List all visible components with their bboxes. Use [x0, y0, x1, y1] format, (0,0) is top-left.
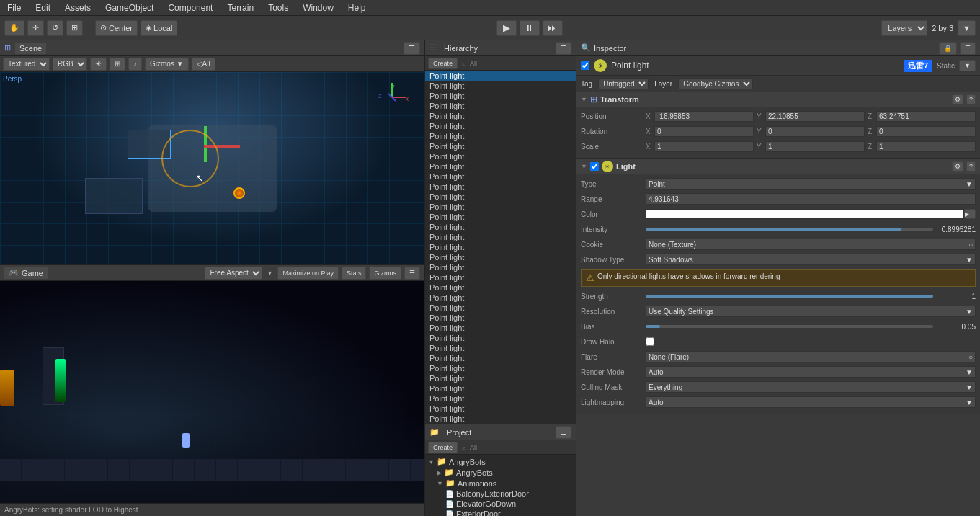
inspector-lock-btn[interactable]: 🔒	[939, 42, 957, 55]
project-tree-item[interactable]: ▼📁 Animations	[425, 478, 576, 489]
scene-display-select[interactable]: Textured	[3, 58, 50, 71]
lightmapping-dropdown[interactable]: Auto ▼	[646, 396, 976, 408]
scale-tool-btn[interactable]: ⊞	[66, 20, 83, 36]
scale-x-input[interactable]	[654, 141, 754, 152]
project-tree-item[interactable]: ▼📁 AngryBots	[425, 456, 576, 467]
hierarchy-item[interactable]: Point light	[425, 81, 576, 91]
hierarchy-item[interactable]: Point light	[425, 333, 576, 343]
scene-menu-btn[interactable]: ☰	[404, 42, 420, 55]
hierarchy-item[interactable]: Point light	[425, 141, 576, 151]
menu-component[interactable]: Component	[165, 1, 215, 14]
hierarchy-item[interactable]: Point light	[425, 151, 576, 161]
project-menu-btn[interactable]: ☰	[556, 426, 571, 439]
draw-halo-checkbox[interactable]	[646, 337, 654, 346]
color-expand-btn[interactable]: ▶	[964, 209, 976, 219]
hierarchy-menu-btn[interactable]: ☰	[556, 42, 571, 55]
hierarchy-item[interactable]: Point light	[425, 363, 576, 373]
hierarchy-item[interactable]: Point light	[425, 101, 576, 111]
rotate-tool-btn[interactable]: ↺	[47, 20, 63, 36]
pos-z-input[interactable]	[876, 111, 976, 122]
hand-tool-btn[interactable]: ✋	[4, 20, 24, 36]
game-gizmos-btn[interactable]: Gizmos	[369, 267, 401, 280]
hierarchy-item[interactable]: Point light	[425, 323, 576, 333]
project-tree-item[interactable]: 📄 BalconyExteriorDoor	[425, 489, 576, 499]
hierarchy-item[interactable]: Point light	[425, 373, 576, 383]
culling-mask-dropdown[interactable]: Everything ▼	[646, 381, 976, 393]
scene-color-select[interactable]: RGB	[53, 58, 87, 71]
static-dropdown-btn[interactable]: ▼	[959, 60, 976, 71]
shadow-type-dropdown[interactable]: Soft Shadows ▼	[646, 254, 976, 265]
render-mode-dropdown[interactable]: Auto ▼	[646, 366, 976, 378]
hierarchy-item[interactable]: Point light	[425, 121, 576, 131]
flare-dropdown[interactable]: None (Flare) ○	[646, 351, 976, 362]
project-tree-item[interactable]: ▶📁 AngryBots	[425, 467, 576, 478]
game-tab[interactable]: 🎮 Game	[4, 267, 48, 279]
menu-tools[interactable]: Tools	[265, 1, 291, 14]
menu-assets[interactable]: Assets	[62, 1, 94, 14]
scene-tab[interactable]: Scene	[15, 43, 46, 54]
transform-help-btn[interactable]: ?	[966, 94, 976, 104]
rot-z-input[interactable]	[876, 126, 976, 137]
light-help-btn[interactable]: ?	[966, 161, 976, 172]
hierarchy-item[interactable]: Point light	[425, 172, 576, 182]
scene-grid-btn[interactable]: ⊞	[110, 58, 125, 71]
hierarchy-item[interactable]: Point light	[425, 343, 576, 353]
scene-gizmos-btn[interactable]: Gizmos ▼	[145, 58, 189, 71]
hierarchy-item[interactable]: Point light	[425, 161, 576, 172]
game-menu-btn[interactable]: ☰	[404, 267, 420, 280]
scene-sun-btn[interactable]: ☀	[90, 58, 107, 71]
hierarchy-item[interactable]: Point light	[425, 293, 576, 303]
center-btn[interactable]: ⊙ Center	[95, 20, 138, 36]
color-picker[interactable]	[646, 209, 964, 219]
project-create-btn[interactable]: Create	[428, 442, 458, 453]
hierarchy-item[interactable]: Point light	[425, 303, 576, 313]
hierarchy-item[interactable]: Point light	[425, 272, 576, 283]
pos-x-input[interactable]	[654, 111, 754, 122]
menu-terrain[interactable]: Terrain	[224, 1, 257, 14]
move-tool-btn[interactable]: ✛	[27, 20, 44, 36]
hierarchy-item[interactable]: Point light	[425, 71, 576, 81]
aspect-select[interactable]: Free Aspect	[205, 267, 262, 280]
scale-y-input[interactable]	[765, 141, 865, 152]
hierarchy-item[interactable]: Point light	[425, 353, 576, 363]
hierarchy-item[interactable]: Point light	[425, 131, 576, 141]
step-button[interactable]: ⏭	[543, 20, 563, 36]
hierarchy-item[interactable]: Point light	[425, 182, 576, 192]
menu-gameobject[interactable]: GameObject	[102, 1, 156, 14]
layers-dropdown[interactable]: Layers	[881, 20, 927, 36]
layer-select[interactable]: Goodbye Gizmos	[678, 78, 753, 89]
hierarchy-item[interactable]: Point light	[425, 202, 576, 212]
local-btn[interactable]: ◈ Local	[141, 20, 177, 36]
pos-y-input[interactable]	[765, 111, 865, 122]
project-tree-item[interactable]: 📄 ExteriorDoor	[425, 509, 576, 516]
light-header[interactable]: ▼ ☀ Light ⚙ ?	[576, 159, 980, 174]
project-tree-item[interactable]: 📄 ElevatorGoDown	[425, 499, 576, 509]
light-settings-btn[interactable]: ⚙	[952, 161, 963, 172]
hierarchy-item[interactable]: Point light	[425, 212, 576, 222]
hierarchy-item[interactable]: Point light	[425, 192, 576, 202]
layout-dropdown-btn[interactable]: ▼	[958, 20, 976, 36]
hierarchy-item[interactable]: Point light	[425, 313, 576, 323]
scale-z-input[interactable]	[876, 141, 976, 152]
pause-button[interactable]: ⏸	[520, 20, 540, 36]
maximize-btn[interactable]: Maximize on Play	[277, 267, 339, 280]
type-dropdown[interactable]: Point ▼	[646, 178, 976, 190]
hierarchy-item[interactable]: Point light	[425, 232, 576, 242]
hierarchy-create-btn[interactable]: Create	[428, 58, 458, 69]
menu-window[interactable]: Window	[300, 1, 337, 14]
hierarchy-item[interactable]: Point light	[425, 252, 576, 262]
range-input[interactable]	[646, 193, 976, 205]
inspector-menu-btn[interactable]: ☰	[960, 42, 976, 55]
tag-select[interactable]: Untagged	[598, 78, 649, 89]
transform-settings-btn[interactable]: ⚙	[952, 94, 963, 104]
scene-audio-btn[interactable]: ♪	[128, 58, 142, 71]
hierarchy-item[interactable]: Point light	[425, 383, 576, 393]
hierarchy-item[interactable]: Point light	[425, 222, 576, 232]
resolution-dropdown[interactable]: Use Quality Settings ▼	[646, 306, 976, 317]
hierarchy-item[interactable]: Point light	[425, 283, 576, 293]
stats-btn[interactable]: Stats	[342, 267, 367, 280]
hierarchy-item[interactable]: Point light	[425, 111, 576, 121]
hierarchy-item[interactable]: Point light	[425, 262, 576, 272]
rot-x-input[interactable]	[654, 126, 754, 137]
scene-all-btn[interactable]: ◁All	[192, 58, 215, 71]
